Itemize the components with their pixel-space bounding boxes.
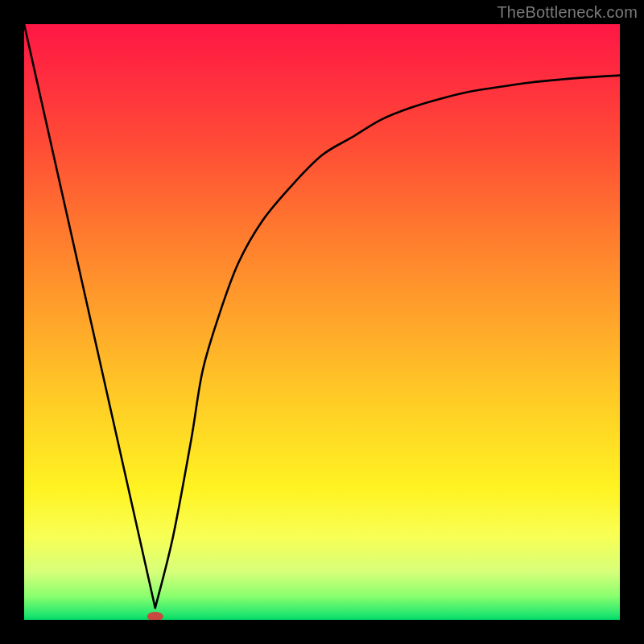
curve-svg bbox=[24, 24, 620, 620]
plot-area bbox=[24, 24, 620, 620]
bottleneck-curve-path bbox=[24, 24, 620, 608]
watermark-text: TheBottleneck.com bbox=[497, 3, 638, 22]
min-marker bbox=[147, 612, 163, 620]
chart-frame: TheBottleneck.com bbox=[0, 0, 644, 644]
